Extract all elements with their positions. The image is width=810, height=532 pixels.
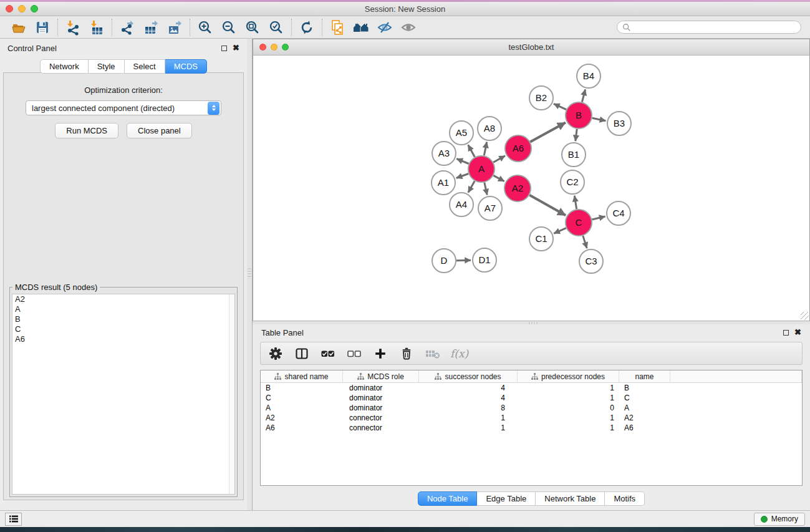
table-cell[interactable]: 1: [518, 393, 619, 403]
result-scrollbar[interactable]: [229, 294, 234, 494]
table-cell[interactable]: dominator: [343, 403, 419, 413]
column-header-name[interactable]: name: [619, 370, 670, 382]
table-cell[interactable]: A: [619, 403, 670, 413]
table-cell[interactable]: C: [619, 393, 670, 403]
tab-motifs[interactable]: Motifs: [605, 491, 645, 506]
network-canvas[interactable]: B4B2BB3A8A5A6A3B1AC2A1A2A4A7C4CC1D1DC3: [253, 56, 809, 321]
graph-node-C2[interactable]: C2: [561, 170, 584, 194]
graph-node-A[interactable]: A: [468, 156, 494, 182]
graph-node-A3[interactable]: A3: [432, 142, 456, 165]
table-cell[interactable]: connector: [343, 413, 419, 423]
delete-row-button[interactable]: [398, 345, 415, 362]
search-field[interactable]: [617, 21, 801, 34]
tab-network-table[interactable]: Network Table: [536, 491, 605, 506]
delete-table-button[interactable]: [424, 345, 441, 362]
table-cell[interactable]: 1: [419, 413, 518, 423]
tab-mcds[interactable]: MCDS: [165, 59, 207, 74]
table-cell[interactable]: connector: [343, 423, 419, 433]
graph-node-D[interactable]: D: [432, 249, 456, 273]
result-list-item[interactable]: A2: [12, 294, 234, 304]
open-session-button[interactable]: [9, 19, 28, 36]
graph-node-A7[interactable]: A7: [478, 196, 502, 220]
column-header-predecessor-nodes[interactable]: predecessor nodes: [518, 370, 619, 382]
graph-node-A5[interactable]: A5: [450, 121, 473, 145]
graph-node-C3[interactable]: C3: [579, 249, 603, 273]
graph-edge-B-B3[interactable]: [592, 118, 606, 120]
result-list-item[interactable]: B: [12, 314, 234, 324]
graph-node-B1[interactable]: B1: [562, 143, 586, 167]
hide-graphics-details-button[interactable]: [375, 19, 394, 36]
zoom-fit-button[interactable]: [243, 19, 262, 36]
graph-edge-A-A8[interactable]: [484, 142, 486, 156]
graph-node-B3[interactable]: B3: [607, 112, 631, 135]
graph-edge-A-A4[interactable]: [468, 181, 475, 193]
deselect-all-button[interactable]: [345, 345, 363, 362]
save-session-button[interactable]: [33, 19, 52, 36]
result-list-item[interactable]: A: [12, 304, 234, 314]
table-cell[interactable]: B: [261, 383, 343, 393]
graph-node-A8[interactable]: A8: [478, 117, 501, 140]
close-panel-button[interactable]: Close panel: [127, 123, 192, 138]
graph-edge-A-A1[interactable]: [456, 174, 469, 178]
table-cell[interactable]: A2: [619, 413, 670, 423]
show-graphics-details-button[interactable]: [399, 19, 418, 36]
graph-node-B4[interactable]: B4: [577, 64, 600, 88]
tab-style[interactable]: Style: [89, 59, 125, 74]
table-cell[interactable]: dominator: [343, 383, 419, 393]
graph-edge-B-B1[interactable]: [576, 129, 577, 141]
mcds-result-list[interactable]: A2ABCA6: [12, 294, 235, 495]
function-builder-button[interactable]: f(x): [450, 345, 468, 362]
zoom-selected-button[interactable]: [267, 19, 286, 36]
table-cell[interactable]: dominator: [343, 393, 419, 403]
export-image-button[interactable]: [165, 19, 184, 36]
tab-node-table[interactable]: Node Table: [418, 491, 478, 506]
graph-edge-C-C4[interactable]: [592, 216, 605, 220]
result-list-item[interactable]: C: [12, 324, 234, 334]
column-header-shared-name[interactable]: shared name: [261, 370, 343, 382]
export-table-button[interactable]: [142, 19, 160, 36]
export-network-button[interactable]: [118, 19, 137, 36]
float-table-panel-icon[interactable]: [783, 330, 789, 336]
graph-edge-C-C3[interactable]: [583, 236, 587, 248]
graph-node-C1[interactable]: C1: [529, 227, 553, 251]
table-row[interactable]: A6connector11A6: [261, 423, 802, 433]
graph-node-A6[interactable]: A6: [505, 135, 531, 162]
show-panels-button[interactable]: [5, 513, 22, 526]
table-row[interactable]: Cdominator41C: [261, 393, 802, 403]
graph-node-C4[interactable]: C4: [607, 201, 630, 225]
vertical-splitter[interactable]: [247, 39, 253, 510]
table-cell[interactable]: A: [261, 403, 343, 413]
graph-node-A1[interactable]: A1: [432, 171, 455, 195]
table-row[interactable]: A2connector11A2: [261, 413, 802, 423]
network-window-titlebar[interactable]: testGlobe.txt: [253, 39, 809, 56]
graph-edge-A-A7[interactable]: [485, 183, 487, 195]
table-cell[interactable]: 8: [419, 403, 518, 413]
graph-node-C[interactable]: C: [566, 210, 592, 236]
memory-button[interactable]: Memory: [754, 513, 805, 526]
table-cell[interactable]: 1: [419, 423, 518, 433]
graph-edge-A-A6[interactable]: [493, 156, 505, 163]
table-cell[interactable]: A6: [261, 423, 343, 433]
column-header-successor-nodes[interactable]: successor nodes: [419, 370, 518, 382]
graph-edge-B-B4[interactable]: [582, 89, 585, 102]
table-settings-button[interactable]: [267, 345, 284, 362]
criterion-dropdown[interactable]: largest connected component (directed): [26, 100, 221, 115]
zoom-in-button[interactable]: [196, 19, 215, 36]
table-cell[interactable]: 1: [518, 423, 619, 433]
import-network-button[interactable]: [64, 19, 82, 36]
graph-node-D1[interactable]: D1: [473, 248, 496, 272]
splitter-grip[interactable]: [248, 268, 251, 277]
table-cell[interactable]: 1: [518, 413, 619, 423]
graph-edge-C-C1[interactable]: [554, 228, 566, 234]
table-cell[interactable]: 4: [419, 383, 518, 393]
table-cell[interactable]: 1: [518, 383, 619, 393]
table-row[interactable]: Bdominator41B: [261, 383, 802, 393]
zoom-out-button[interactable]: [219, 19, 238, 36]
tab-edge-table[interactable]: Edge Table: [477, 491, 536, 506]
table-cell[interactable]: 0: [518, 403, 619, 413]
add-row-button[interactable]: [372, 345, 389, 362]
table-cell[interactable]: A2: [261, 413, 343, 423]
tab-select[interactable]: Select: [125, 59, 165, 74]
graph-edge-B-B2[interactable]: [554, 104, 566, 109]
table-cell[interactable]: A6: [619, 423, 670, 433]
